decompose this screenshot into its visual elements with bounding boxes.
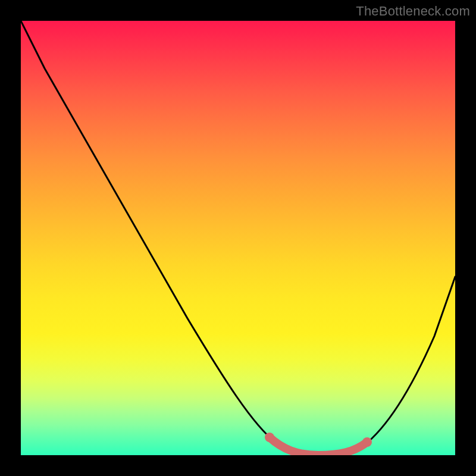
highlight-dot-right [362,437,372,447]
highlight-segment-path [270,437,367,455]
chart-frame: TheBottleneck.com [0,0,476,476]
bottleneck-curve-path [21,21,455,455]
plot-area [21,21,455,455]
watermark-label: TheBottleneck.com [356,4,470,19]
highlight-dot-left [265,433,274,442]
curve-svg [21,21,455,455]
